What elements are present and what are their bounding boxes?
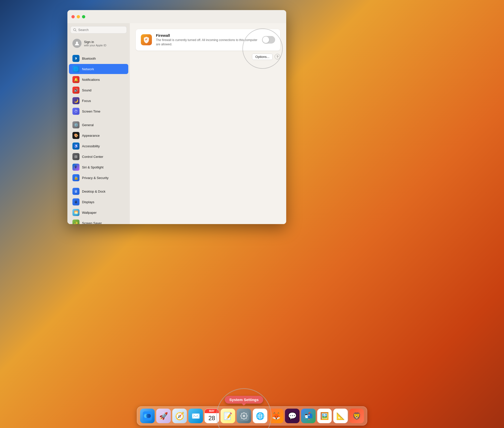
sidebar: Sign in with your Apple ID Bluetooth 🌐 N… [67, 23, 130, 224]
dock-item-brave[interactable]: 🦁 [349, 409, 364, 423]
close-button[interactable] [71, 15, 75, 18]
avatar [72, 39, 81, 48]
dock: 🚀 🧭 ✉️ MAY 28 📝 System Settings 🌐 [137, 406, 367, 425]
dock-item-grapher[interactable]: 📐 [333, 409, 348, 423]
appearance-icon: 🎨 [72, 132, 79, 139]
sidebar-item-bluetooth[interactable]: Bluetooth [69, 53, 128, 63]
general-icon: ⚙️ [72, 121, 79, 128]
displays-icon: 🖥 [72, 198, 79, 205]
traffic-lights [71, 15, 85, 18]
sidebar-label-desktop-dock: Desktop & Dock [82, 190, 105, 193]
sidebar-label-control-center: Control Center [82, 155, 103, 159]
sidebar-item-screen-time[interactable]: ⏱ Screen Time [69, 106, 128, 116]
sidebar-label-focus: Focus [82, 99, 91, 103]
sidebar-item-appearance[interactable]: 🎨 Appearance [69, 130, 128, 140]
dock-item-slack[interactable]: 💬 [285, 409, 300, 423]
firewall-description: The firewall is currently turned off. Al… [156, 38, 258, 47]
notifications-icon: 🔔 [72, 76, 79, 83]
system-settings-window: Sign in with your Apple ID Bluetooth 🌐 N… [67, 10, 286, 224]
dock-item-finder[interactable] [140, 409, 155, 423]
network-icon: 🌐 [72, 65, 79, 73]
calendar-month: MAY [205, 409, 219, 413]
svg-point-2 [76, 42, 78, 44]
control-center-icon: ⊟ [72, 153, 79, 160]
sidebar-item-siri-spotlight[interactable]: 🎙 Siri & Spotlight [69, 162, 128, 172]
firewall-title: Firewall [156, 33, 258, 38]
sidebar-label-displays: Displays [82, 200, 94, 204]
window-body: Sign in with your Apple ID Bluetooth 🌐 N… [67, 23, 286, 224]
account-name: Sign in [84, 40, 106, 44]
sidebar-label-siri-spotlight: Siri & Spotlight [82, 165, 103, 169]
sidebar-label-bluetooth: Bluetooth [82, 57, 96, 60]
window-titlebar [67, 10, 286, 23]
account-item[interactable]: Sign in with your Apple ID [69, 37, 128, 50]
dock-item-chrome[interactable]: 🌐 [253, 409, 267, 423]
svg-point-9 [243, 415, 245, 417]
dock-item-calendar[interactable]: MAY 28 [204, 409, 219, 423]
sidebar-item-privacy-security[interactable]: 🔒 Privacy & Security [69, 173, 128, 183]
sidebar-item-focus[interactable]: 🌙 Focus [69, 96, 128, 106]
sidebar-label-screen-time: Screen Time [82, 110, 100, 113]
firewall-card: Firewall The firewall is currently turne… [136, 29, 280, 51]
sidebar-item-notifications[interactable]: 🔔 Notifications [69, 75, 128, 85]
sidebar-item-desktop-dock[interactable]: 🖥 Desktop & Dock [69, 186, 128, 196]
options-row: Options... ? [136, 54, 280, 60]
dock-item-firefox[interactable]: 🦊 [269, 409, 283, 423]
dock-item-notes[interactable]: 📝 [221, 409, 235, 423]
sidebar-item-general[interactable]: ⚙️ General [69, 120, 128, 130]
firewall-toggle[interactable] [262, 36, 275, 44]
wallpaper-icon: 🌅 [72, 209, 79, 216]
search-input[interactable] [78, 28, 124, 32]
calendar-date: 28 [208, 413, 215, 423]
firewall-info: Firewall The firewall is currently turne… [156, 33, 258, 47]
toggle-knob [263, 37, 269, 43]
siri-icon: 🎙 [72, 164, 79, 171]
privacy-icon: 🔒 [72, 174, 79, 181]
sidebar-item-sound[interactable]: 🔊 Sound [69, 85, 128, 95]
sidebar-label-screen-saver: Screen Saver [82, 221, 102, 224]
dock-item-preview[interactable]: 🖼️ [317, 409, 332, 423]
help-button[interactable]: ? [275, 54, 280, 59]
dock-item-system-settings[interactable] [237, 409, 251, 423]
main-content: Firewall The firewall is currently turne… [130, 23, 286, 224]
desktop-dock-icon: 🖥 [72, 188, 79, 195]
maximize-button[interactable] [82, 15, 85, 18]
sidebar-item-displays[interactable]: 🖥 Displays [69, 197, 128, 207]
screen-time-icon: ⏱ [72, 108, 79, 115]
sound-icon: 🔊 [72, 87, 79, 94]
dock-item-mail[interactable]: ✉️ [188, 409, 203, 423]
firewall-icon [141, 34, 152, 45]
svg-line-1 [75, 30, 76, 31]
sidebar-label-general: General [82, 123, 94, 127]
sidebar-label-notifications: Notifications [82, 78, 100, 82]
sidebar-label-privacy-security: Privacy & Security [82, 176, 108, 180]
account-text: Sign in with your Apple ID [84, 40, 106, 47]
options-button[interactable]: Options... [252, 54, 273, 60]
account-subtitle: with your Apple ID [84, 44, 106, 47]
sidebar-label-accessibility: Accessibility [82, 144, 100, 148]
sidebar-item-accessibility[interactable]: ♿ Accessibility [69, 141, 128, 151]
screen-saver-icon: ✨ [72, 220, 79, 224]
sidebar-item-screen-saver[interactable]: ✨ Screen Saver [69, 218, 128, 224]
dock-item-safari[interactable]: 🧭 [172, 409, 187, 423]
sidebar-item-control-center[interactable]: ⊟ Control Center [69, 152, 128, 162]
sidebar-label-network: Network [82, 67, 94, 71]
accessibility-icon: ♿ [72, 142, 79, 150]
sidebar-label-appearance: Appearance [82, 134, 100, 137]
search-icon [73, 28, 77, 32]
minimize-button[interactable] [77, 15, 80, 18]
search-bar[interactable] [70, 26, 127, 33]
sidebar-label-wallpaper: Wallpaper [82, 211, 97, 215]
sidebar-item-wallpaper[interactable]: 🌅 Wallpaper [69, 207, 128, 218]
dock-item-mimestream[interactable]: 📬 [301, 409, 316, 423]
sidebar-item-network[interactable]: 🌐 Network [69, 64, 128, 74]
dock-item-system-settings-container: System Settings [237, 409, 251, 423]
dock-item-launchpad[interactable]: 🚀 [156, 409, 171, 423]
sidebar-label-sound: Sound [82, 88, 92, 92]
focus-icon: 🌙 [72, 97, 79, 104]
bluetooth-icon [72, 55, 79, 62]
svg-point-6 [146, 414, 148, 418]
system-settings-tooltip: System Settings [225, 396, 263, 404]
